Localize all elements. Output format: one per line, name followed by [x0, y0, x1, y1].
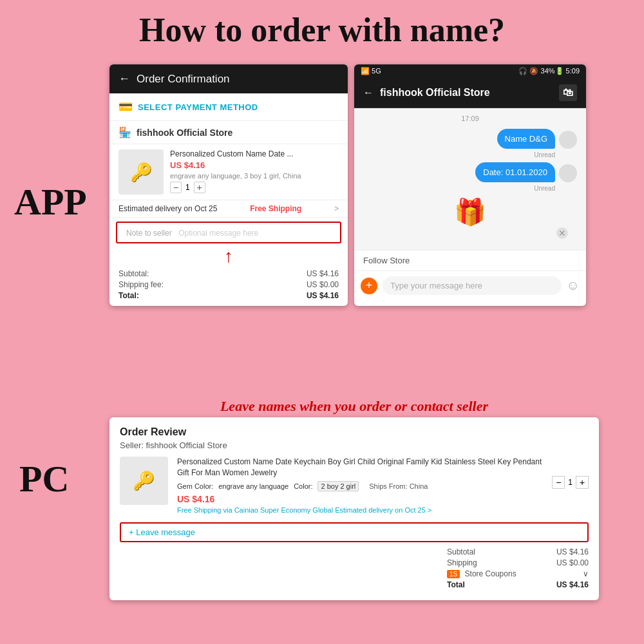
gem-color-label: Gem Color: [177, 482, 213, 490]
product-title: Personalized Custom Name Date ... [170, 149, 339, 158]
close-icon[interactable]: ✕ [556, 227, 568, 239]
pc-shipping-info: Free Shipping via Cainiao Super Economy … [177, 506, 543, 514]
delivery-text: Estimated delivery on Oct 25 [118, 204, 217, 213]
subtotal-row: Subtotal: US $4.16 [118, 269, 339, 278]
order-confirmation-header: ← Order Confirmation [109, 64, 348, 93]
note-label: Note to seller [126, 229, 172, 238]
main-title: How to order with name? [0, 0, 644, 55]
subtotal-label: Subtotal: [118, 269, 149, 278]
note-to-seller-section[interactable]: Note to seller Optional message here [116, 222, 341, 243]
totals-section: Subtotal: US $4.16 Shipping fee: US $0.0… [109, 265, 348, 306]
chat-header: ← fishhook Official Store 🛍 [354, 78, 586, 108]
chat-input-row: + Type your message here ☺ [354, 270, 586, 300]
product-price: US $4.16 [170, 160, 339, 170]
chat-back-arrow[interactable]: ← [363, 87, 374, 99]
product-qty-row: − 1 + [170, 182, 339, 193]
payment-icon: 💳 [118, 100, 133, 114]
pc-coupons-left: 1S Store Coupons [447, 569, 516, 578]
ships-from: Ships From: China [369, 482, 428, 490]
pc-total-value: US $4.16 [556, 580, 589, 589]
follow-store-text[interactable]: Follow Store [363, 256, 410, 265]
screens-row: ← Order Confirmation 💳 SELECT PAYMENT ME… [109, 64, 599, 306]
back-arrow-icon[interactable]: ← [118, 72, 130, 86]
pc-shipping-row: Shipping US $0.00 [447, 558, 589, 567]
pc-shipping-label: Shipping [447, 558, 477, 567]
product-image: 🔑 [118, 149, 164, 194]
qty-plus-button[interactable]: + [194, 182, 205, 193]
store-bag-icon: 🛍 [559, 84, 577, 101]
pc-totals-spacer [120, 547, 434, 591]
emoji-button[interactable]: ☺ [567, 278, 580, 293]
product-info: Personalized Custom Name Date ... US $4.… [170, 149, 339, 194]
pc-subtotal-value: US $4.16 [556, 547, 589, 556]
total-value: US $4.16 [307, 291, 339, 300]
payment-section[interactable]: 💳 SELECT PAYMENT METHOD [109, 93, 348, 121]
plus-button[interactable]: + [361, 278, 377, 294]
message-input[interactable]: Type your message here [383, 276, 562, 295]
gift-icon: 🎁 [454, 198, 486, 226]
color-label: Color: [294, 482, 312, 490]
payment-text: SELECT PAYMENT METHOD [138, 102, 258, 112]
pc-options-row: Gem Color: engrave any language Color: 2… [177, 481, 543, 491]
store-section: 🏪 fishhook Official Store [109, 121, 348, 144]
chat-store-name: fishhook Official Store [380, 87, 490, 99]
product-section: 🔑 Personalized Custom Name Date ... US $… [109, 144, 348, 200]
follow-store-section: Follow Store [354, 250, 586, 270]
pc-seller-name: Seller: fishhook Official Store [120, 440, 589, 450]
pc-coupons-row: 1S Store Coupons ∨ [447, 569, 589, 578]
chevron-right-icon[interactable]: > [334, 204, 339, 213]
store-icon: 🏪 [118, 126, 131, 138]
pc-product-info: Personalized Custom Name Date Keychain B… [177, 457, 543, 516]
pc-subtotal-label: Subtotal [447, 547, 475, 556]
leave-message-section[interactable]: + Leave message [120, 522, 589, 542]
pc-product-price: US $4.16 [177, 494, 543, 504]
pc-total-label: Total [447, 580, 465, 589]
order-confirmation-title: Order Confirmation [137, 73, 230, 86]
pc-qty-row: − 1 + [552, 476, 589, 489]
leave-message-text[interactable]: + Leave message [129, 527, 195, 537]
color-select[interactable]: 2 boy 2 girl [317, 481, 359, 491]
chevron-down-icon[interactable]: ∨ [583, 569, 589, 578]
qty-minus-button[interactable]: − [170, 182, 182, 193]
order-review-title: Order Review [120, 426, 589, 438]
shipping-row: Shipping fee: US $0.00 [118, 280, 339, 289]
message-bubble-2: Date: 01.01.2020 [475, 162, 555, 182]
pc-qty-minus[interactable]: − [552, 476, 565, 489]
status-left: 📶 5G [361, 67, 381, 75]
message-row-2: Date: 01.01.2020 [363, 162, 577, 182]
note-placeholder: Optional message here [178, 229, 258, 238]
unread-label-2: Unread [363, 185, 555, 192]
label-app: APP [14, 180, 87, 223]
label-pc: PC [19, 457, 69, 500]
order-confirmation-screen: ← Order Confirmation 💳 SELECT PAYMENT ME… [109, 64, 348, 306]
free-shipping-label: Free Shipping [250, 204, 301, 213]
status-right: 🎧 🔕 34%🔋 5:09 [518, 67, 580, 75]
total-row: Total: US $4.16 [118, 291, 339, 300]
pc-qty-plus[interactable]: + [576, 476, 589, 489]
message-timestamp: 17:09 [363, 115, 577, 122]
shipping-label: Shipping fee: [118, 280, 164, 289]
unread-label-1: Unread [363, 151, 555, 158]
chat-messages-area: 17:09 Name D&G Unread Date: 01.01.2020 U… [354, 108, 586, 250]
avatar-2 [559, 164, 577, 182]
subtotal-value: US $4.16 [307, 269, 339, 278]
chat-screen: 📶 5G 🎧 🔕 34%🔋 5:09 ← fishhook Official S… [354, 64, 586, 306]
pc-product-title: Personalized Custom Name Date Keychain B… [177, 457, 543, 478]
qty-value: 1 [185, 183, 190, 192]
gem-color-value: engrave any language [218, 482, 289, 490]
pc-shipping-value: US $0.00 [556, 558, 589, 567]
pc-coupons-label: Store Coupons [465, 569, 516, 578]
message-row-1: Name D&G [363, 129, 577, 149]
pc-subtotal-row: Subtotal US $4.16 [447, 547, 589, 556]
avatar-1 [559, 131, 577, 149]
pc-totals-right: Subtotal US $4.16 Shipping US $0.00 1S S… [447, 547, 589, 591]
gift-emoji: 🎁 ✕ [363, 197, 577, 227]
pc-product-image: 🔑 [120, 457, 168, 505]
store-name: fishhook Official Store [137, 128, 232, 138]
total-label: Total: [118, 291, 139, 300]
shipping-value: US $0.00 [307, 280, 339, 289]
status-bar: 📶 5G 🎧 🔕 34%🔋 5:09 [354, 64, 586, 78]
red-arrow-up: ↑ [109, 247, 348, 265]
pc-total-row: Total US $4.16 [447, 580, 589, 589]
product-options: engrave any language, 3 boy 1 girl, Chin… [170, 172, 339, 180]
